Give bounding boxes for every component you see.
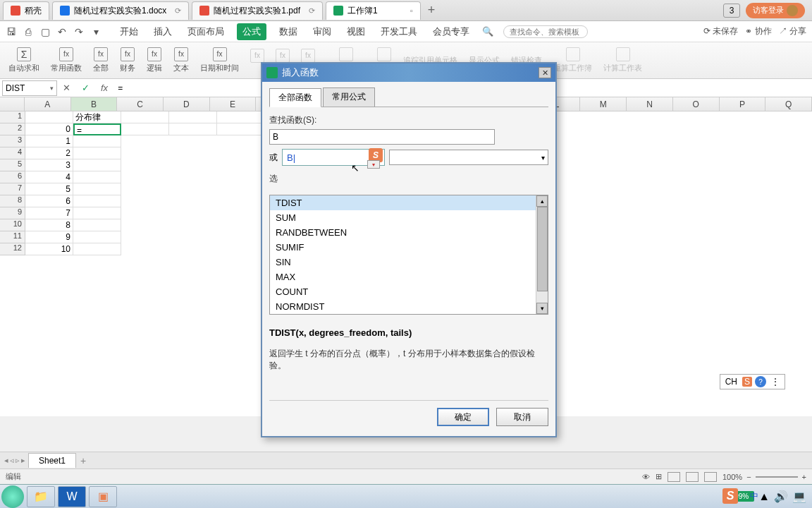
menu-view[interactable]: 视图 bbox=[344, 24, 368, 40]
col-header[interactable]: O bbox=[673, 97, 720, 111]
ime-toolbar[interactable]: CH S ? ⋮ bbox=[720, 374, 785, 389]
scroll-thumb[interactable] bbox=[537, 207, 548, 291]
ime-composition-box[interactable]: B| S ▾ bbox=[282, 149, 385, 166]
function-search-input[interactable] bbox=[269, 129, 495, 145]
scroll-down-button[interactable]: ▾ bbox=[536, 303, 548, 314]
ime-menu[interactable]: ⋮ bbox=[769, 377, 782, 387]
col-header[interactable]: E bbox=[210, 97, 257, 111]
fx-button[interactable]: fx bbox=[95, 83, 113, 93]
cancel-button[interactable]: 取消 bbox=[496, 408, 548, 426]
row-header[interactable]: 3 bbox=[0, 135, 25, 147]
list-item[interactable]: NORMDIST bbox=[270, 299, 548, 314]
col-header[interactable]: D bbox=[164, 97, 210, 111]
dialog-titlebar[interactable]: 插入函数 ✕ bbox=[262, 64, 555, 82]
function-list[interactable]: TDIST SUM RANDBETWEEN SUMIF SIN MAX COUN… bbox=[269, 195, 548, 315]
start-button[interactable] bbox=[1, 485, 24, 508]
menu-devtools[interactable]: 开发工具 bbox=[378, 24, 420, 40]
add-sheet-button[interactable]: + bbox=[80, 455, 86, 466]
row-header[interactable]: 4 bbox=[0, 147, 25, 159]
tab-shell[interactable]: 稻壳 bbox=[3, 1, 49, 20]
col-header[interactable]: A bbox=[25, 97, 71, 111]
category-select[interactable] bbox=[389, 150, 548, 165]
menu-start[interactable]: 开始 bbox=[117, 24, 141, 40]
command-search-input[interactable] bbox=[503, 25, 588, 38]
ime-lang-tray[interactable]: 中 bbox=[750, 490, 758, 502]
col-header[interactable]: P bbox=[720, 97, 766, 111]
ribbon-datetime[interactable]: 日期和时间 bbox=[196, 47, 243, 73]
tray-icon[interactable]: ▲ bbox=[758, 490, 770, 503]
sogou-tray-icon[interactable]: S bbox=[722, 488, 738, 504]
zoom-value[interactable]: 100% bbox=[722, 473, 742, 481]
redo-icon[interactable]: ↷ bbox=[73, 26, 85, 37]
ribbon-common[interactable]: 常用函数 bbox=[47, 47, 86, 73]
zoom-in-button[interactable]: + bbox=[802, 473, 806, 481]
menu-data[interactable]: 数据 bbox=[276, 24, 300, 40]
view-normal[interactable] bbox=[668, 472, 680, 482]
row-header[interactable]: 2 bbox=[0, 123, 25, 135]
collaborate-button[interactable]: ⚭ 协作 bbox=[745, 25, 771, 37]
close-icon[interactable]: ⟳ bbox=[175, 6, 181, 16]
cancel-formula-button[interactable]: ✕ bbox=[57, 83, 76, 93]
ribbon-finance[interactable]: 财务 bbox=[116, 47, 140, 73]
close-icon[interactable]: ▫ bbox=[410, 6, 413, 15]
row-header[interactable]: 9 bbox=[0, 207, 25, 219]
view-page[interactable] bbox=[686, 472, 699, 482]
ime-lang[interactable]: CH bbox=[723, 377, 739, 387]
sheet-nav-next[interactable]: ▹ bbox=[16, 456, 20, 465]
tab-xlsx[interactable]: 工作簿1▫ bbox=[326, 1, 421, 20]
close-button[interactable]: ✕ bbox=[539, 67, 551, 78]
row-header[interactable]: 10 bbox=[0, 219, 25, 231]
scroll-up-button[interactable]: ▴ bbox=[536, 195, 548, 207]
print-icon[interactable]: ⎙ bbox=[23, 26, 34, 37]
help-icon[interactable]: ? bbox=[755, 376, 766, 387]
list-item[interactable]: MAX bbox=[270, 270, 548, 284]
eye-icon[interactable]: 👁 bbox=[642, 473, 650, 481]
tray-icon[interactable]: 🔊 bbox=[774, 490, 788, 503]
save-icon[interactable]: 🖫 bbox=[6, 26, 17, 37]
list-item[interactable]: SUMIF bbox=[270, 240, 548, 255]
tab-pdf[interactable]: 随机过程实践实验1.pdf⟳ bbox=[192, 1, 323, 20]
grid-icon[interactable]: ⊞ bbox=[656, 472, 662, 481]
row-header[interactable]: 8 bbox=[0, 195, 25, 207]
list-item[interactable]: SIN bbox=[270, 255, 548, 270]
sheet-nav-first[interactable]: ◂ bbox=[4, 456, 8, 465]
tab-docx[interactable]: 随机过程实践实验1.docx⟳ bbox=[52, 1, 189, 20]
ribbon-text[interactable]: 文本 bbox=[169, 47, 193, 73]
tab-common-formulas[interactable]: 常用公式 bbox=[323, 87, 375, 107]
col-header[interactable]: B bbox=[71, 97, 118, 111]
list-item[interactable]: SUM bbox=[270, 210, 548, 225]
share-button[interactable]: ↗ 分享 bbox=[779, 25, 806, 37]
close-icon[interactable]: ⟳ bbox=[309, 6, 315, 16]
task-wps[interactable]: W bbox=[58, 486, 86, 507]
row-header[interactable]: 1 bbox=[0, 111, 25, 123]
col-header[interactable]: Q bbox=[765, 97, 812, 111]
col-header[interactable]: M bbox=[580, 97, 627, 111]
col-header[interactable]: N bbox=[627, 97, 673, 111]
login-button[interactable]: 访客登录 bbox=[746, 3, 805, 18]
sogou-icon[interactable]: S bbox=[742, 377, 752, 387]
name-box[interactable]: DIST bbox=[2, 80, 57, 96]
row-header[interactable]: 12 bbox=[0, 243, 25, 255]
tab-count-badge[interactable]: 3 bbox=[723, 4, 740, 18]
ribbon-autosum[interactable]: 自动求和 bbox=[4, 47, 44, 73]
view-break[interactable] bbox=[704, 472, 717, 482]
sheet-nav-prev[interactable]: ◃ bbox=[10, 456, 14, 465]
tray-icon[interactable]: 💻 bbox=[792, 490, 806, 503]
menu-insert[interactable]: 插入 bbox=[151, 24, 175, 40]
tab-all-functions[interactable]: 全部函数 bbox=[269, 88, 321, 107]
zoom-out-button[interactable]: − bbox=[746, 473, 751, 481]
ribbon-all[interactable]: 全部 bbox=[89, 47, 113, 73]
menu-review[interactable]: 审阅 bbox=[310, 24, 334, 40]
task-ppt[interactable]: ▣ bbox=[89, 486, 117, 507]
dropdown-icon[interactable]: ▾ bbox=[90, 26, 102, 37]
accept-formula-button[interactable]: ✓ bbox=[76, 83, 95, 93]
zoom-slider[interactable] bbox=[756, 476, 798, 478]
task-explorer[interactable]: 📁 bbox=[27, 486, 55, 507]
sheet-tab[interactable]: Sheet1 bbox=[28, 453, 76, 468]
chevron-down-icon[interactable]: ▾ bbox=[367, 160, 380, 169]
list-item[interactable]: TDIST bbox=[270, 195, 548, 210]
row-header[interactable]: 5 bbox=[0, 159, 25, 171]
list-item[interactable]: RANDBETWEEN bbox=[270, 225, 548, 240]
ribbon-logic[interactable]: 逻辑 bbox=[142, 47, 166, 73]
undo-icon[interactable]: ↶ bbox=[56, 26, 68, 37]
